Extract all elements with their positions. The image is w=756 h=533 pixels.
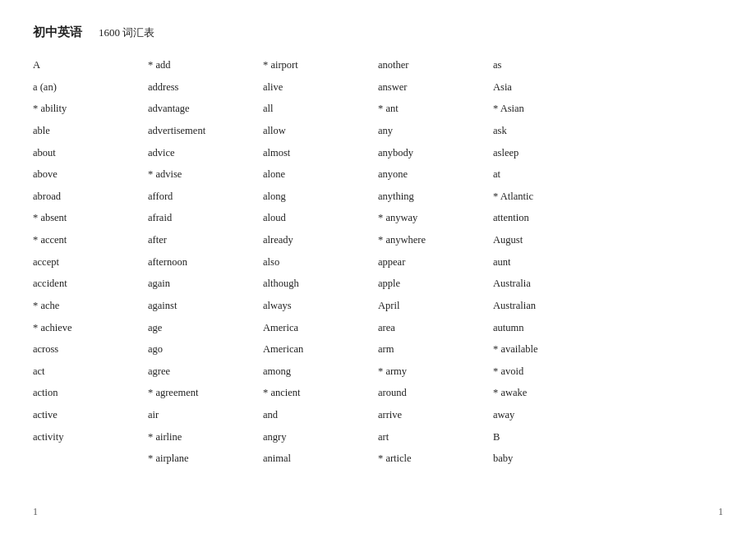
word-item: active	[33, 405, 148, 425]
word-item: * airplane	[148, 448, 263, 469]
word-item: above	[33, 164, 148, 185]
word-item: baby	[493, 448, 608, 469]
word-item: among	[263, 361, 378, 382]
word-item: again	[148, 273, 263, 294]
word-item: A	[33, 55, 148, 76]
column-2: * airportaliveallallowalmostalonealongal…	[263, 55, 378, 469]
word-item: * advise	[148, 164, 263, 185]
word-item: * awake	[493, 383, 608, 403]
word-item: allow	[263, 121, 378, 141]
word-item: at	[493, 164, 608, 185]
word-item: * airport	[263, 55, 378, 76]
word-item: activity	[33, 427, 148, 448]
word-item: ago	[148, 339, 263, 360]
word-item: alone	[263, 164, 378, 185]
word-item: * Atlantic	[493, 186, 608, 207]
word-item: after	[148, 230, 263, 250]
word-item: * absent	[33, 208, 148, 228]
word-item: accident	[33, 273, 148, 294]
word-item: action	[33, 383, 148, 403]
word-item: * accent	[33, 230, 148, 250]
word-item: afternoon	[148, 252, 263, 273]
word-item: afford	[148, 186, 263, 207]
word-columns: Aa (an)* abilityableaboutaboveabroad* ab…	[33, 55, 723, 469]
word-item: aloud	[263, 208, 378, 228]
word-item: * army	[378, 361, 493, 382]
word-item: August	[493, 230, 608, 250]
word-item: along	[263, 186, 378, 207]
word-item: area	[378, 318, 493, 338]
column-1: * addaddressadvantageadvertisementadvice…	[148, 55, 263, 469]
word-item: across	[33, 339, 148, 360]
word-item: anybody	[378, 143, 493, 163]
word-item: also	[263, 252, 378, 273]
word-item: * available	[493, 339, 608, 360]
word-item: * Asian	[493, 99, 608, 119]
word-item: arm	[378, 339, 493, 360]
word-item: Asia	[493, 77, 608, 98]
word-item: animal	[263, 448, 378, 469]
column-0: Aa (an)* abilityableaboutaboveabroad* ab…	[33, 55, 148, 469]
word-item: * ant	[378, 99, 493, 119]
word-item: * airline	[148, 427, 263, 448]
word-item: angry	[263, 427, 378, 448]
word-item: apple	[378, 273, 493, 294]
word-item: advantage	[148, 99, 263, 119]
word-item: * achieve	[33, 318, 148, 338]
word-item: advertisement	[148, 121, 263, 141]
word-item: autumn	[493, 318, 608, 338]
word-item: appear	[378, 252, 493, 273]
word-item: anything	[378, 186, 493, 207]
word-item: answer	[378, 77, 493, 98]
word-item: ask	[493, 121, 608, 141]
word-item: arrive	[378, 405, 493, 425]
word-item: although	[263, 273, 378, 294]
word-item: * ability	[33, 99, 148, 119]
word-item: afraid	[148, 208, 263, 228]
word-item: * article	[378, 448, 493, 469]
word-item: America	[263, 318, 378, 338]
word-item: anyone	[378, 164, 493, 185]
word-item: as	[493, 55, 608, 76]
word-item: able	[33, 121, 148, 141]
header: 初中英语 1600 词汇表	[33, 25, 723, 40]
word-item: another	[378, 55, 493, 76]
word-item: * ache	[33, 296, 148, 316]
word-item: and	[263, 405, 378, 425]
word-item: away	[493, 405, 608, 425]
word-item: alive	[263, 77, 378, 98]
word-item: art	[378, 427, 493, 448]
word-item: address	[148, 77, 263, 98]
word-item: already	[263, 230, 378, 250]
word-item: agree	[148, 361, 263, 382]
word-item: * avoid	[493, 361, 608, 382]
word-item: act	[33, 361, 148, 382]
word-item: B	[493, 427, 608, 448]
word-item: any	[378, 121, 493, 141]
column-3: anotheranswer* antanyanybodyanyoneanythi…	[378, 55, 493, 469]
word-item: a (an)	[33, 77, 148, 98]
word-item: all	[263, 99, 378, 119]
word-item: * anywhere	[378, 230, 493, 250]
word-item: April	[378, 296, 493, 316]
word-item: about	[33, 143, 148, 163]
word-item: * agreement	[148, 383, 263, 403]
word-item: Australian	[493, 296, 608, 316]
word-item: * anyway	[378, 208, 493, 228]
word-item: American	[263, 339, 378, 360]
word-item: * ancient	[263, 383, 378, 403]
word-item: Australia	[493, 273, 608, 294]
page-number-left: 1	[33, 506, 38, 518]
word-item: air	[148, 405, 263, 425]
word-item: abroad	[33, 186, 148, 207]
word-item: almost	[263, 143, 378, 163]
column-4: asAsia* Asianaskasleepat* Atlanticattent…	[493, 55, 608, 469]
page-number-right: 1	[718, 506, 723, 518]
header-subtitle: 1600 词汇表	[99, 25, 154, 40]
word-item: against	[148, 296, 263, 316]
word-item: * add	[148, 55, 263, 76]
word-item: advice	[148, 143, 263, 163]
word-item: asleep	[493, 143, 608, 163]
word-item: accept	[33, 252, 148, 273]
word-item: aunt	[493, 252, 608, 273]
